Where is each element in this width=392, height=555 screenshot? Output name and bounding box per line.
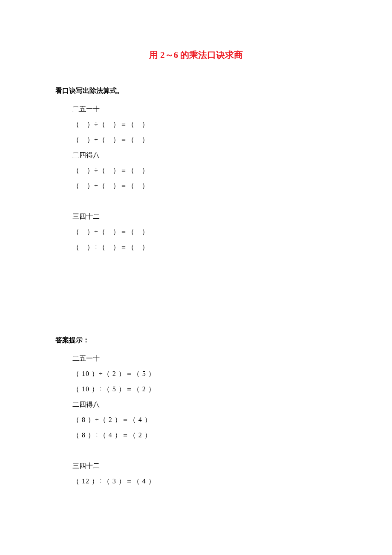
answer-heading: 答案提示： (55, 336, 337, 345)
document-page: 用 2～6 的乘法口诀求商 看口诀写出除法算式。 二五一十 （ ）÷（ ）＝（ … (0, 0, 392, 489)
spacer (72, 443, 337, 458)
equation-answer: （ 8 ）÷（ 4 ）＝（ 2 ） (72, 428, 337, 443)
equation-blank: （ ）÷（ ）＝（ ） (72, 117, 337, 132)
spacer (72, 194, 337, 209)
spacer (55, 255, 337, 336)
equation-blank: （ ）÷（ ）＝（ ） (72, 132, 337, 147)
koujue-label: 三四十二 (72, 458, 337, 474)
equation-answer: （ 10 ）÷（ 2 ）＝（ 5 ） (72, 366, 337, 382)
question-block: 二五一十 （ ）÷（ ）＝（ ） （ ）÷（ ）＝（ ） 二四得八 （ ）÷（ … (55, 101, 337, 255)
equation-answer: （ 12 ）÷（ 3 ）＝（ 4 ） (72, 474, 337, 489)
page-title: 用 2～6 的乘法口诀求商 (55, 49, 337, 61)
equation-answer: （ 8 ）÷（ 2 ）＝（ 4 ） (72, 412, 337, 428)
koujue-label: 二五一十 (72, 351, 337, 366)
koujue-label: 二四得八 (72, 397, 337, 412)
equation-blank: （ ）÷（ ）＝（ ） (72, 178, 337, 194)
koujue-label: 二五一十 (72, 101, 337, 117)
question-heading: 看口诀写出除法算式。 (55, 87, 337, 95)
koujue-label: 三四十二 (72, 209, 337, 224)
equation-blank: （ ）÷（ ）＝（ ） (72, 163, 337, 178)
answer-block: 二五一十 （ 10 ）÷（ 2 ）＝（ 5 ） （ 10 ）÷（ 5 ）＝（ 2… (55, 351, 337, 489)
equation-answer: （ 10 ）÷（ 5 ）＝（ 2 ） (72, 382, 337, 397)
koujue-label: 二四得八 (72, 147, 337, 163)
equation-blank: （ ）÷（ ）＝（ ） (72, 224, 337, 240)
equation-blank: （ ）÷（ ）＝（ ） (72, 240, 337, 255)
